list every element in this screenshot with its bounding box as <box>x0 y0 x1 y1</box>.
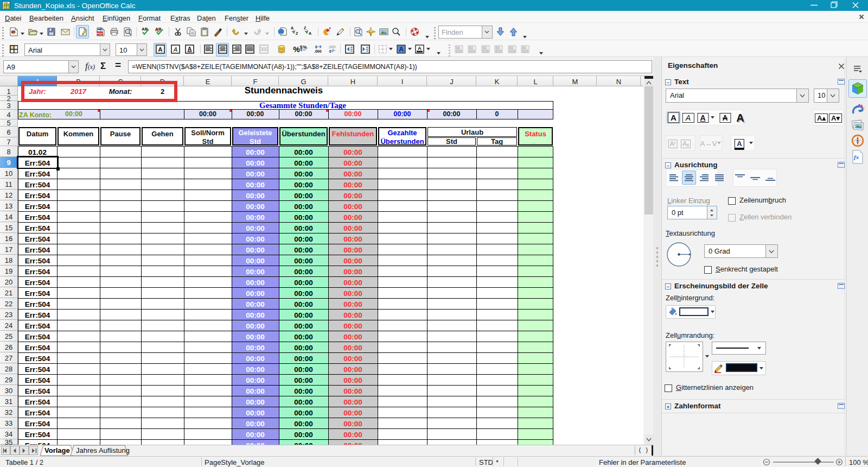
svg-text:PDF: PDF <box>97 32 103 35</box>
svg-text:A: A <box>399 46 404 53</box>
svg-text:.000: .000 <box>314 49 322 53</box>
svg-text:AB: AB <box>155 27 162 31</box>
svg-text:A: A <box>158 46 162 53</box>
svg-text:A: A <box>291 26 293 30</box>
svg-text:A: A <box>309 31 311 35</box>
svg-text:Z: Z <box>296 31 298 35</box>
svg-text:Z: Z <box>304 26 307 30</box>
svg-text:fx: fx <box>854 154 859 160</box>
svg-text:A: A <box>188 46 192 52</box>
svg-text:A: A <box>173 46 178 53</box>
svg-text:0: 0 <box>315 45 317 49</box>
svg-text:%: % <box>303 45 307 50</box>
svg-text:.000: .000 <box>328 45 336 49</box>
svg-text:0: 0 <box>329 49 331 53</box>
svg-text:A: A <box>418 45 422 51</box>
